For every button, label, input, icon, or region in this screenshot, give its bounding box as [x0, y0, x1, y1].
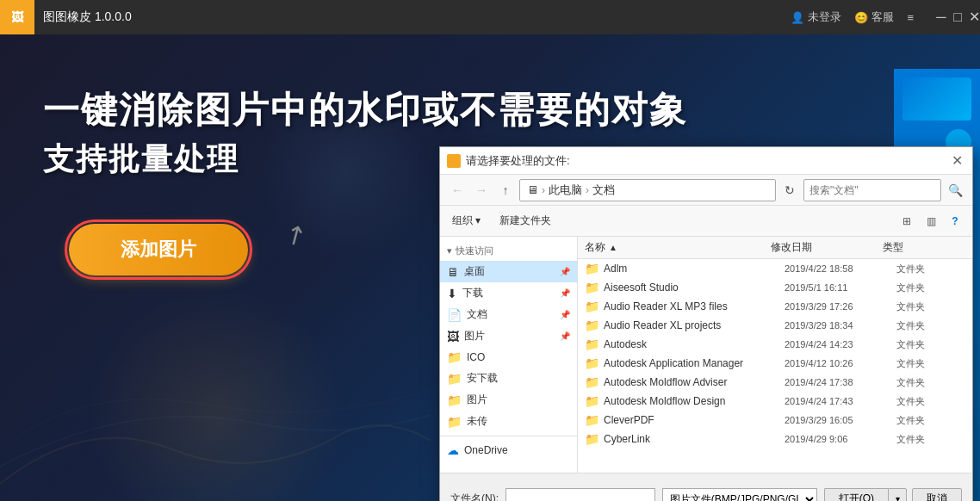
file-row[interactable]: 📁 Audio Reader XL MP3 files 2019/3/29 17…	[578, 297, 972, 316]
add-image-button[interactable]: 添加图片	[69, 224, 248, 275]
up-btn[interactable]: ↑	[495, 180, 516, 201]
open-button[interactable]: 打开(O)	[824, 488, 888, 502]
filetype-select[interactable]: 图片文件(BMP/JPG/PNG/GIF/)	[662, 488, 817, 502]
docs-icon: 📄	[447, 308, 462, 322]
col-name[interactable]: 名称 ▲	[585, 240, 771, 255]
title-bar: 🖼 图图橡皮 1.0.0.0 👤 未登录 😊 客服 ≡ ─ □ ✕	[0, 0, 980, 34]
folder-andown-icon: 📁	[447, 372, 462, 386]
back-btn[interactable]: ←	[447, 180, 468, 201]
breadcrumb-current: 文档	[592, 182, 615, 198]
left-panel-item-downloads[interactable]: ⬇ 下载 📌	[440, 282, 577, 304]
login-btn[interactable]: 👤 未登录	[791, 9, 841, 25]
file-row[interactable]: 📁 Audio Reader XL projects 2019/3/29 18:…	[578, 316, 972, 335]
left-panel: ▾ 快速访问 🖥 桌面 📌 ⬇ 下载 📌 📄 文档 📌	[440, 237, 578, 473]
view-list-btn[interactable]: ▥	[921, 211, 941, 232]
search-input[interactable]	[803, 179, 941, 201]
left-panel-item-ico[interactable]: 📁 ICO	[440, 347, 577, 368]
headline-line1: 一键消除图片中的水印或不需要的对象	[43, 86, 687, 134]
dialog-title-bar: 🗂 请选择要处理的文件: ✕	[440, 147, 972, 175]
left-panel-item-andown[interactable]: 📁 安下载	[440, 368, 577, 389]
help-btn[interactable]: ?	[945, 211, 965, 232]
col-type[interactable]: 类型	[883, 240, 952, 255]
title-bar-right: 👤 未登录 😊 客服 ≡	[791, 9, 914, 25]
left-panel-item-unsent[interactable]: 📁 未传	[440, 411, 577, 432]
folder-icon: 📁	[585, 319, 599, 332]
pin-icon4: 📌	[560, 331, 570, 341]
add-btn-container: 添加图片	[69, 224, 248, 275]
dialog-action-bar: 组织 ▾ 新建文件夹 ⊞ ▥ ?	[440, 206, 972, 237]
left-panel-item-img[interactable]: 📁 图片	[440, 389, 577, 411]
dialog-title-icon: 🗂	[447, 154, 461, 168]
pin-icon3: 📌	[560, 310, 570, 319]
file-list-header: 名称 ▲ 修改日期 类型	[578, 237, 972, 259]
folder-ico-icon: 📁	[447, 350, 462, 364]
folder-icon: 📁	[585, 413, 599, 427]
downloads-icon: ⬇	[447, 287, 457, 300]
cancel-button[interactable]: 取消	[912, 488, 962, 502]
pin-icon2: 📌	[560, 288, 570, 298]
dialog-title-text: 请选择要处理的文件:	[466, 153, 948, 169]
dialog-toolbar: ← → ↑ 🖥 › 此电脑 › 文档 ↻ 🔍	[440, 175, 972, 206]
col-date[interactable]: 修改日期	[771, 240, 883, 255]
menu-btn[interactable]: ≡	[907, 11, 914, 24]
filename-label: 文件名(N):	[450, 492, 499, 501]
forward-btn[interactable]: →	[471, 180, 492, 201]
folder-icon: 📁	[585, 432, 599, 446]
footer-btns: 打开(O) ▾ 取消	[824, 488, 962, 502]
dialog-body: ▾ 快速访问 🖥 桌面 📌 ⬇ 下载 📌 📄 文档 📌	[440, 237, 972, 473]
folder-icon: 📁	[585, 337, 599, 351]
file-row[interactable]: 📁 Autodesk Moldflow Design 2019/4/24 17:…	[578, 392, 972, 411]
maximize-btn[interactable]: □	[952, 11, 964, 23]
scroll-placeholder	[952, 240, 965, 255]
window-controls: ─ □ ✕	[935, 11, 980, 23]
main-content: 一键消除图片中的水印或不需要的对象 支持批量处理 添加图片 ↗ 🗂 请选择要处理…	[0, 34, 980, 501]
folder-icon: 📁	[585, 262, 599, 275]
app-title: 图图橡皮 1.0.0.0	[43, 9, 791, 25]
view-toggle: ⊞ ▥ ?	[896, 211, 965, 232]
close-btn[interactable]: ✕	[968, 11, 980, 23]
file-dialog: 🗂 请选择要处理的文件: ✕ ← → ↑ 🖥 › 此电脑 › 文档 ↻ 🔍 组织…	[439, 146, 973, 501]
minimize-btn[interactable]: ─	[935, 11, 947, 23]
open-dropdown-btn[interactable]: ▾	[888, 488, 907, 502]
file-row[interactable]: 📁 CyberLink 2019/4/29 9:06 文件夹	[578, 430, 972, 448]
folder-img-icon: 📁	[447, 393, 462, 407]
quick-access-section: ▾ 快速访问	[440, 240, 577, 261]
left-panel-item-docs[interactable]: 📄 文档 📌	[440, 304, 577, 325]
organize-btn[interactable]: 组织 ▾	[447, 211, 486, 231]
file-row[interactable]: 📁 Aiseesoft Studio 2019/5/1 16:11 文件夹	[578, 278, 972, 297]
dialog-close-btn[interactable]: ✕	[948, 152, 965, 170]
folder-icon: 📁	[585, 394, 599, 408]
breadcrumb-pc: 此电脑	[549, 182, 582, 198]
pin-icon: 📌	[560, 267, 570, 276]
breadcrumb-bar[interactable]: 🖥 › 此电脑 › 文档	[519, 179, 776, 201]
left-panel-item-onedrive[interactable]: ☁ OneDrive	[440, 440, 577, 461]
breadcrumb-icon: 🖥	[527, 183, 538, 196]
left-panel-item-pictures[interactable]: 🖼 图片 📌	[440, 325, 577, 347]
service-icon: 😊	[854, 11, 868, 24]
folder-unsent-icon: 📁	[447, 415, 462, 429]
app-logo: 🖼	[0, 0, 34, 34]
service-btn[interactable]: 😊 客服	[854, 9, 894, 25]
pictures-icon: 🖼	[447, 330, 459, 343]
file-row[interactable]: 📁 CleverPDF 2019/3/29 16:05 文件夹	[578, 411, 972, 430]
file-row[interactable]: 📁 Autodesk Moldflow Adviser 2019/4/24 17…	[578, 373, 972, 392]
user-icon: 👤	[791, 11, 804, 24]
file-row[interactable]: 📁 Adlm 2019/4/22 18:58 文件夹	[578, 259, 972, 278]
desktop-icon: 🖥	[447, 265, 459, 279]
dialog-footer: 文件名(N): 图片文件(BMP/JPG/PNG/GIF/) 打开(O) ▾ 取…	[440, 473, 972, 501]
onedrive-icon: ☁	[447, 443, 459, 457]
search-btn[interactable]: 🔍	[945, 180, 965, 201]
file-row[interactable]: 📁 Autodesk 2019/4/24 14:23 文件夹	[578, 335, 972, 354]
folder-icon: 📁	[585, 356, 599, 370]
view-details-btn[interactable]: ⊞	[896, 211, 917, 232]
right-panel: 名称 ▲ 修改日期 类型 📁 Adlm 2019/4/22 18:58 文件夹	[578, 237, 972, 473]
filename-input[interactable]	[506, 488, 655, 502]
folder-icon: 📁	[585, 375, 599, 389]
file-list-body: 📁 Adlm 2019/4/22 18:58 文件夹 📁 Aiseesoft S…	[578, 259, 972, 473]
file-row[interactable]: 📁 Autodesk Application Manager 2019/4/12…	[578, 354, 972, 373]
folder-icon: 📁	[585, 300, 599, 313]
left-panel-item-desktop[interactable]: 🖥 桌面 📌	[440, 261, 577, 282]
refresh-btn[interactable]: ↻	[779, 180, 800, 201]
new-folder-btn[interactable]: 新建文件夹	[493, 211, 558, 231]
cursor-decoration: ↗	[278, 216, 312, 253]
